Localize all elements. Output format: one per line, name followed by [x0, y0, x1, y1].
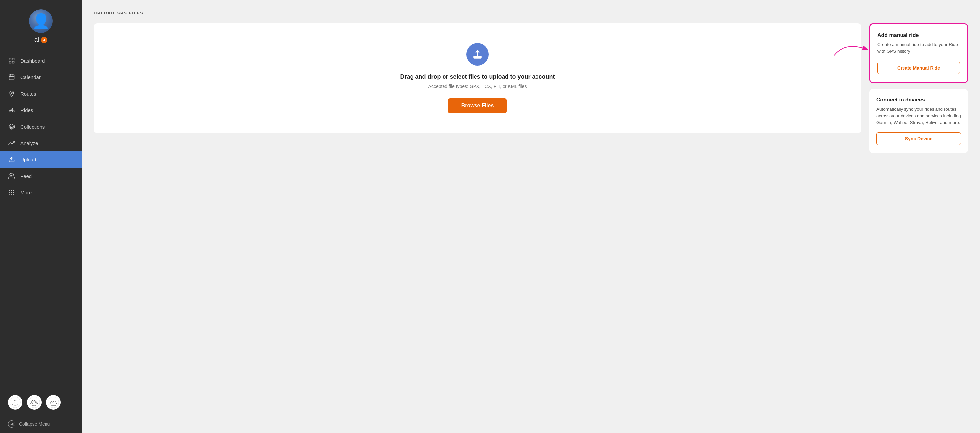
svg-rect-3	[9, 61, 11, 63]
sidebar-item-label-upload: Upload	[21, 157, 36, 162]
sidebar-item-label-routes: Routes	[21, 91, 36, 97]
sidebar: al Dashboard Calendar Routes	[0, 0, 82, 433]
svg-rect-2	[12, 58, 14, 60]
sync-device-button[interactable]: Sync Device	[877, 132, 961, 145]
layers-icon	[8, 123, 15, 130]
sidebar-nav: Dashboard Calendar Routes Rides	[0, 50, 82, 390]
sidebar-item-label-collections: Collections	[21, 124, 45, 130]
svg-rect-1	[9, 58, 11, 60]
svg-point-22	[9, 194, 10, 195]
upload-icon	[8, 156, 15, 163]
svg-marker-0	[43, 38, 46, 41]
svg-point-16	[9, 190, 10, 191]
sidebar-item-label-analyze: Analyze	[21, 140, 38, 146]
collapse-icon: ◀	[8, 420, 15, 428]
card-connect-devices: Connect to devices Automatically sync yo…	[869, 89, 968, 153]
drop-subtitle: Accepted file types: GPX, TCX, FIT, or K…	[428, 84, 527, 89]
org-logo-omtn[interactable]: OMTN	[27, 395, 41, 409]
svg-point-15	[10, 174, 12, 176]
card-manual-description: Create a manual ride to add to your Ride…	[877, 41, 960, 55]
svg-text:etera: etera	[14, 402, 17, 404]
profile-name: al	[34, 36, 39, 43]
main-content: UPLOAD GPS FILES Drag and drop or select…	[82, 0, 980, 433]
svg-point-17	[11, 190, 12, 191]
sidebar-item-rides[interactable]: Rides	[0, 102, 82, 118]
sidebar-item-label-dashboard: Dashboard	[21, 58, 45, 63]
svg-point-19	[9, 192, 10, 193]
drop-zone[interactable]: Drag and drop or select files to upload …	[94, 24, 861, 133]
grid-dots-icon	[8, 189, 15, 196]
profile-section: al	[0, 0, 82, 50]
bike-icon	[8, 106, 15, 114]
create-manual-ride-button[interactable]: Create Manual Ride	[877, 62, 960, 74]
sidebar-item-analyze[interactable]: Analyze	[0, 135, 82, 151]
sidebar-item-calendar[interactable]: Calendar	[0, 69, 82, 86]
sidebar-item-more[interactable]: More	[0, 184, 82, 201]
svg-point-24	[13, 194, 14, 195]
card-devices-title: Connect to devices	[877, 97, 961, 103]
browse-files-button[interactable]: Browse Files	[448, 98, 507, 113]
right-cards: Add manual ride Create a manual ride to …	[869, 24, 968, 153]
org-logo-urbandirt[interactable]: urbandirt	[46, 395, 60, 409]
svg-rect-4	[12, 61, 14, 63]
org-logos: PDX etera OMTN urbandirt	[0, 390, 82, 415]
sidebar-item-routes[interactable]: Routes	[0, 86, 82, 102]
profile-name-row: al	[34, 36, 48, 43]
users-icon	[8, 172, 15, 179]
svg-rect-5	[9, 75, 14, 80]
drop-title: Drag and drop or select files to upload …	[400, 73, 555, 81]
profile-badge[interactable]	[41, 36, 48, 43]
upload-arrow-icon	[472, 49, 483, 60]
calendar-icon	[8, 73, 15, 81]
svg-point-23	[11, 194, 12, 195]
org-logo-pdxetera[interactable]: PDX etera	[8, 395, 22, 409]
sidebar-item-upload[interactable]: Upload	[0, 151, 82, 168]
svg-text:OMTN: OMTN	[32, 404, 36, 406]
avatar[interactable]	[29, 9, 53, 33]
svg-text:urbandirt: urbandirt	[51, 405, 56, 406]
trending-up-icon	[8, 140, 15, 147]
card-manual-title: Add manual ride	[877, 32, 960, 38]
svg-point-21	[13, 192, 14, 193]
collapse-menu[interactable]: ◀ Collapse Menu	[0, 415, 82, 433]
card-manual-ride: Add manual ride Create a manual ride to …	[869, 24, 968, 83]
svg-point-12	[12, 108, 13, 109]
collapse-label: Collapse Menu	[19, 422, 50, 427]
sidebar-item-label-rides: Rides	[21, 108, 33, 113]
svg-text:PDX: PDX	[14, 400, 17, 402]
upload-icon-circle	[466, 43, 489, 65]
sidebar-item-label-feed: Feed	[21, 173, 32, 179]
svg-point-18	[13, 190, 14, 191]
content-grid: Drag and drop or select files to upload …	[94, 24, 968, 153]
sidebar-item-label-more: More	[21, 190, 32, 195]
sidebar-item-collections[interactable]: Collections	[0, 118, 82, 135]
grid-icon	[8, 57, 15, 64]
card-devices-description: Automatically sync your rides and routes…	[877, 106, 961, 126]
page-title: UPLOAD GPS FILES	[94, 11, 968, 16]
map-pin-icon	[8, 90, 15, 97]
svg-point-20	[11, 192, 12, 193]
sidebar-item-dashboard[interactable]: Dashboard	[0, 52, 82, 69]
sidebar-item-feed[interactable]: Feed	[0, 168, 82, 184]
svg-point-9	[11, 92, 12, 93]
sidebar-item-label-calendar: Calendar	[21, 75, 41, 80]
